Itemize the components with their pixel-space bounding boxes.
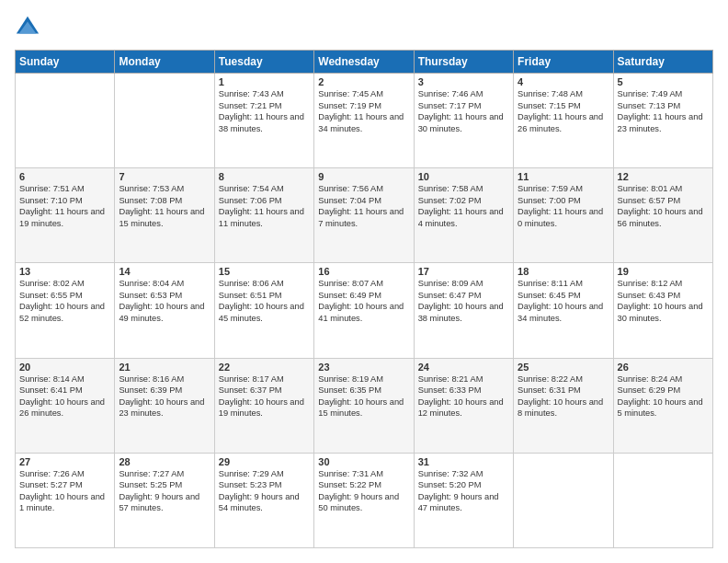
cal-cell: 17Sunrise: 8:09 AM Sunset: 6:47 PM Dayli… — [414, 263, 513, 358]
cal-cell: 12Sunrise: 8:01 AM Sunset: 6:57 PM Dayli… — [613, 168, 712, 263]
day-number: 21 — [119, 362, 210, 373]
day-info: Sunrise: 7:51 AM Sunset: 7:10 PM Dayligh… — [19, 183, 110, 229]
cal-cell — [115, 74, 214, 168]
day-number: 31 — [418, 456, 509, 467]
cal-cell — [613, 453, 712, 547]
week-row-2: 6Sunrise: 7:51 AM Sunset: 7:10 PM Daylig… — [16, 168, 713, 263]
day-info: Sunrise: 8:12 AM Sunset: 6:43 PM Dayligh… — [618, 278, 709, 324]
weekday-header-saturday: Saturday — [613, 51, 712, 74]
week-row-4: 20Sunrise: 8:14 AM Sunset: 6:41 PM Dayli… — [16, 358, 713, 453]
week-row-1: 1Sunrise: 7:43 AM Sunset: 7:21 PM Daylig… — [16, 74, 713, 168]
day-number: 9 — [318, 171, 409, 182]
day-info: Sunrise: 8:09 AM Sunset: 6:47 PM Dayligh… — [418, 278, 509, 324]
logo — [15, 15, 44, 40]
cal-cell: 5Sunrise: 7:49 AM Sunset: 7:13 PM Daylig… — [613, 74, 712, 168]
day-number: 28 — [119, 456, 210, 467]
day-number: 1 — [219, 76, 310, 87]
weekday-header-friday: Friday — [514, 51, 613, 74]
cal-cell: 8Sunrise: 7:54 AM Sunset: 7:06 PM Daylig… — [214, 168, 313, 263]
day-number: 7 — [119, 171, 210, 182]
day-number: 12 — [618, 171, 709, 182]
cal-cell: 13Sunrise: 8:02 AM Sunset: 6:55 PM Dayli… — [16, 263, 115, 358]
cal-cell — [514, 453, 613, 547]
day-number: 14 — [119, 266, 210, 277]
cal-cell: 7Sunrise: 7:53 AM Sunset: 7:08 PM Daylig… — [115, 168, 214, 263]
weekday-header-wednesday: Wednesday — [314, 51, 414, 74]
day-info: Sunrise: 8:04 AM Sunset: 6:53 PM Dayligh… — [119, 278, 210, 324]
day-info: Sunrise: 7:27 AM Sunset: 5:25 PM Dayligh… — [119, 468, 210, 514]
cal-cell: 22Sunrise: 8:17 AM Sunset: 6:37 PM Dayli… — [214, 358, 313, 453]
day-number: 27 — [19, 456, 110, 467]
cal-cell: 4Sunrise: 7:48 AM Sunset: 7:15 PM Daylig… — [514, 74, 613, 168]
day-number: 19 — [618, 266, 709, 277]
cal-cell: 6Sunrise: 7:51 AM Sunset: 7:10 PM Daylig… — [16, 168, 115, 263]
day-info: Sunrise: 8:02 AM Sunset: 6:55 PM Dayligh… — [19, 278, 110, 324]
day-info: Sunrise: 7:29 AM Sunset: 5:23 PM Dayligh… — [219, 468, 310, 514]
day-info: Sunrise: 8:16 AM Sunset: 6:39 PM Dayligh… — [119, 373, 210, 419]
day-info: Sunrise: 8:06 AM Sunset: 6:51 PM Dayligh… — [219, 278, 310, 324]
cal-cell: 25Sunrise: 8:22 AM Sunset: 6:31 PM Dayli… — [514, 358, 613, 453]
day-info: Sunrise: 7:43 AM Sunset: 7:21 PM Dayligh… — [219, 88, 310, 134]
day-info: Sunrise: 7:48 AM Sunset: 7:15 PM Dayligh… — [518, 88, 609, 134]
cal-cell: 30Sunrise: 7:31 AM Sunset: 5:22 PM Dayli… — [314, 453, 414, 547]
cal-cell: 19Sunrise: 8:12 AM Sunset: 6:43 PM Dayli… — [613, 263, 712, 358]
weekday-header-tuesday: Tuesday — [214, 51, 313, 74]
day-info: Sunrise: 8:21 AM Sunset: 6:33 PM Dayligh… — [418, 373, 509, 419]
day-number: 30 — [318, 456, 409, 467]
day-number: 18 — [518, 266, 609, 277]
logo-icon — [15, 15, 40, 40]
day-number: 23 — [318, 362, 409, 373]
page: SundayMondayTuesdayWednesdayThursdayFrid… — [0, 0, 728, 563]
day-number: 24 — [418, 362, 509, 373]
day-number: 6 — [19, 171, 110, 182]
day-info: Sunrise: 7:46 AM Sunset: 7:17 PM Dayligh… — [418, 88, 509, 134]
cal-cell: 11Sunrise: 7:59 AM Sunset: 7:00 PM Dayli… — [514, 168, 613, 263]
day-number: 16 — [318, 266, 409, 277]
weekday-header-thursday: Thursday — [414, 51, 513, 74]
day-number: 22 — [219, 362, 310, 373]
cal-cell: 14Sunrise: 8:04 AM Sunset: 6:53 PM Dayli… — [115, 263, 214, 358]
day-info: Sunrise: 8:22 AM Sunset: 6:31 PM Dayligh… — [518, 373, 609, 419]
day-number: 13 — [19, 266, 110, 277]
day-info: Sunrise: 7:32 AM Sunset: 5:20 PM Dayligh… — [418, 468, 509, 514]
day-info: Sunrise: 7:26 AM Sunset: 5:27 PM Dayligh… — [19, 468, 110, 514]
day-number: 17 — [418, 266, 509, 277]
day-info: Sunrise: 7:49 AM Sunset: 7:13 PM Dayligh… — [618, 88, 709, 134]
header — [15, 15, 713, 40]
weekday-header-monday: Monday — [115, 51, 214, 74]
cal-cell — [16, 74, 115, 168]
cal-cell: 2Sunrise: 7:45 AM Sunset: 7:19 PM Daylig… — [314, 74, 414, 168]
cal-cell: 23Sunrise: 8:19 AM Sunset: 6:35 PM Dayli… — [314, 358, 414, 453]
cal-cell: 28Sunrise: 7:27 AM Sunset: 5:25 PM Dayli… — [115, 453, 214, 547]
cal-cell: 26Sunrise: 8:24 AM Sunset: 6:29 PM Dayli… — [613, 358, 712, 453]
cal-cell: 31Sunrise: 7:32 AM Sunset: 5:20 PM Dayli… — [414, 453, 513, 547]
cal-cell: 18Sunrise: 8:11 AM Sunset: 6:45 PM Dayli… — [514, 263, 613, 358]
day-info: Sunrise: 8:24 AM Sunset: 6:29 PM Dayligh… — [618, 373, 709, 419]
day-number: 26 — [618, 362, 709, 373]
cal-cell: 29Sunrise: 7:29 AM Sunset: 5:23 PM Dayli… — [214, 453, 313, 547]
cal-cell: 24Sunrise: 8:21 AM Sunset: 6:33 PM Dayli… — [414, 358, 513, 453]
day-info: Sunrise: 7:54 AM Sunset: 7:06 PM Dayligh… — [219, 183, 310, 229]
day-number: 2 — [318, 76, 409, 87]
calendar-table: SundayMondayTuesdayWednesdayThursdayFrid… — [15, 50, 713, 548]
week-row-3: 13Sunrise: 8:02 AM Sunset: 6:55 PM Dayli… — [16, 263, 713, 358]
cal-cell: 9Sunrise: 7:56 AM Sunset: 7:04 PM Daylig… — [314, 168, 414, 263]
day-info: Sunrise: 8:01 AM Sunset: 6:57 PM Dayligh… — [618, 183, 709, 229]
day-info: Sunrise: 7:53 AM Sunset: 7:08 PM Dayligh… — [119, 183, 210, 229]
day-info: Sunrise: 7:31 AM Sunset: 5:22 PM Dayligh… — [318, 468, 409, 514]
day-info: Sunrise: 7:58 AM Sunset: 7:02 PM Dayligh… — [418, 183, 509, 229]
day-info: Sunrise: 8:11 AM Sunset: 6:45 PM Dayligh… — [518, 278, 609, 324]
day-info: Sunrise: 7:56 AM Sunset: 7:04 PM Dayligh… — [318, 183, 409, 229]
day-info: Sunrise: 8:07 AM Sunset: 6:49 PM Dayligh… — [318, 278, 409, 324]
weekday-header-row: SundayMondayTuesdayWednesdayThursdayFrid… — [16, 51, 713, 74]
day-info: Sunrise: 7:45 AM Sunset: 7:19 PM Dayligh… — [318, 88, 409, 134]
cal-cell: 1Sunrise: 7:43 AM Sunset: 7:21 PM Daylig… — [214, 74, 313, 168]
cal-cell: 27Sunrise: 7:26 AM Sunset: 5:27 PM Dayli… — [16, 453, 115, 547]
cal-cell: 15Sunrise: 8:06 AM Sunset: 6:51 PM Dayli… — [214, 263, 313, 358]
day-info: Sunrise: 7:59 AM Sunset: 7:00 PM Dayligh… — [518, 183, 609, 229]
cal-cell: 10Sunrise: 7:58 AM Sunset: 7:02 PM Dayli… — [414, 168, 513, 263]
day-info: Sunrise: 8:17 AM Sunset: 6:37 PM Dayligh… — [219, 373, 310, 419]
weekday-header-sunday: Sunday — [16, 51, 115, 74]
day-number: 11 — [518, 171, 609, 182]
day-number: 15 — [219, 266, 310, 277]
